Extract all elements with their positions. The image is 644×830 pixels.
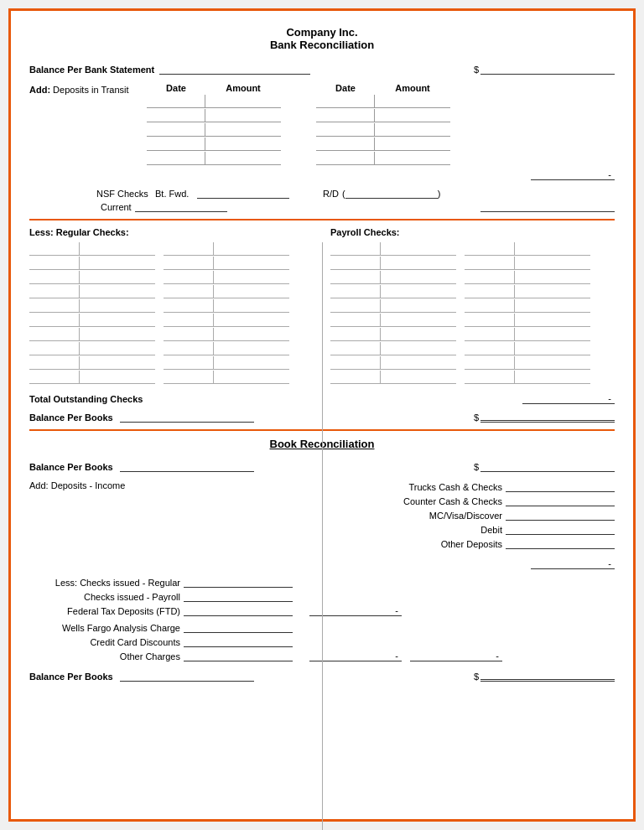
deposit-row-2[interactable] — [147, 109, 281, 122]
deposit-row-3[interactable] — [147, 123, 281, 137]
pay-check-3[interactable] — [330, 271, 456, 284]
deposit-row-4[interactable] — [147, 137, 281, 151]
deposits-subtotal-row: - — [29, 169, 615, 180]
pay-check-20[interactable] — [465, 371, 590, 384]
income-counter-input[interactable] — [506, 495, 615, 506]
book-balance-books-amount[interactable] — [480, 460, 615, 472]
other-charges-right: - - — [309, 651, 502, 661]
pay-check-7[interactable] — [330, 328, 456, 341]
reg-check-10[interactable] — [29, 371, 155, 384]
add-label: Add: — [29, 85, 50, 95]
pay-check-14[interactable] — [465, 285, 590, 298]
reg-check-14[interactable] — [164, 285, 289, 298]
nsf-rd-input[interactable] — [345, 187, 438, 199]
reg-check-11[interactable] — [164, 242, 289, 256]
pay-check-1[interactable] — [330, 242, 456, 256]
pay-check-16[interactable] — [465, 314, 590, 327]
pay-check-17[interactable] — [465, 328, 590, 341]
income-debit-row: Debit — [147, 523, 615, 535]
income-trucks-label: Trucks Cash & Checks — [409, 482, 502, 492]
other-charges-input[interactable] — [184, 650, 293, 661]
total-outstanding-dash: - — [608, 393, 611, 403]
reg-check-8[interactable] — [29, 342, 155, 355]
reg-check-20[interactable] — [164, 371, 289, 384]
reg-check-18[interactable] — [164, 342, 289, 355]
final-balance-books-right: $ — [474, 670, 615, 682]
pay-check-8[interactable] — [330, 342, 456, 355]
deposit-row-r2[interactable] — [316, 109, 450, 122]
income-mc-input[interactable] — [506, 509, 615, 521]
deposit-row-r1[interactable] — [316, 95, 450, 108]
pay-check-5[interactable] — [330, 299, 456, 313]
regular-checks-group: Less: Regular Checks: — [29, 227, 314, 385]
pay-check-12[interactable] — [465, 257, 590, 270]
less-ftd-input[interactable] — [184, 604, 293, 616]
pay-check-2[interactable] — [330, 257, 456, 270]
less-ftd-label: Federal Tax Deposits (FTD) — [29, 606, 180, 616]
income-debit-label: Debit — [480, 525, 502, 535]
pay-check-11[interactable] — [465, 242, 590, 256]
pay-check-4[interactable] — [330, 285, 456, 298]
less-checks-payroll-input[interactable] — [184, 590, 293, 602]
ftd-dash: - — [395, 605, 398, 615]
reg-check-16[interactable] — [164, 314, 289, 327]
reg-check-9[interactable] — [29, 356, 155, 370]
credit-card-discounts-label: Credit Card Discounts — [29, 637, 180, 647]
reg-check-1[interactable] — [29, 242, 155, 256]
income-other-deposits-input[interactable] — [506, 537, 615, 549]
total-outstanding-right: - — [522, 393, 615, 404]
reg-check-12[interactable] — [164, 257, 289, 270]
deposits-subtotal-dash: - — [608, 169, 611, 179]
reg-check-3[interactable] — [29, 271, 155, 284]
deposits-col-group-left: Date Amount — [147, 83, 281, 166]
reg-check-6[interactable] — [29, 314, 155, 327]
final-balance-books-amount[interactable] — [480, 670, 615, 682]
balance-bank-amount-input[interactable] — [480, 63, 615, 75]
doc-title: Bank Reconciliation — [29, 39, 615, 51]
pay-check-6[interactable] — [330, 314, 456, 327]
pay-check-10[interactable] — [330, 371, 456, 384]
reg-check-7[interactable] — [29, 328, 155, 341]
reg-check-13[interactable] — [164, 271, 289, 284]
reg-check-15[interactable] — [164, 299, 289, 313]
balance-bank-right: $ — [474, 63, 615, 75]
reg-check-5[interactable] — [29, 299, 155, 313]
income-trucks-input[interactable] — [506, 480, 615, 492]
balance-per-bank-label: Balance Per Bank Statement — [29, 65, 154, 75]
dollar-sign-4: $ — [474, 672, 479, 682]
deposits-col-group-right: Date Amount — [316, 83, 450, 166]
less-checks-regular-input[interactable] — [184, 576, 293, 588]
nsf-current-total-input[interactable] — [480, 200, 615, 212]
credit-card-discounts-input[interactable] — [184, 635, 293, 647]
amount-header-right: Amount — [375, 83, 450, 93]
pay-check-9[interactable] — [330, 356, 456, 370]
pay-check-18[interactable] — [465, 342, 590, 355]
deposit-row-5[interactable] — [147, 152, 281, 165]
deposit-row-r4[interactable] — [316, 137, 450, 151]
balance-bank-input[interactable] — [159, 63, 310, 75]
final-balance-books-input[interactable] — [120, 670, 254, 682]
bank-balance-books-amount[interactable] — [480, 411, 615, 423]
deposit-row-1[interactable] — [147, 95, 281, 108]
pay-check-15[interactable] — [465, 299, 590, 313]
nsf-btfwd-input[interactable] — [197, 187, 289, 199]
deposits-subtotal-line: - — [531, 169, 615, 180]
deposit-row-r3[interactable] — [316, 123, 450, 137]
nsf-current-input[interactable] — [135, 200, 227, 212]
reg-check-19[interactable] — [164, 356, 289, 370]
reg-check-4[interactable] — [29, 285, 155, 298]
reg-check-2[interactable] — [29, 257, 155, 270]
pay-check-13[interactable] — [465, 271, 590, 284]
wells-fargo-input[interactable] — [184, 621, 293, 633]
pay-check-19[interactable] — [465, 356, 590, 370]
nsf-current-row: Current — [29, 200, 615, 212]
deposit-row-r5[interactable] — [316, 152, 450, 165]
bank-balance-books-input[interactable] — [120, 411, 254, 423]
book-balance-books-input[interactable] — [120, 460, 254, 472]
page: Company Inc. Bank Reconciliation Balance… — [8, 8, 636, 822]
other-charges-subtotal: - — [309, 651, 402, 661]
reg-check-17[interactable] — [164, 328, 289, 341]
less-checks-payroll-label: Checks issued - Payroll — [29, 592, 180, 602]
current-label: Current — [101, 202, 132, 212]
income-debit-input[interactable] — [506, 523, 615, 535]
